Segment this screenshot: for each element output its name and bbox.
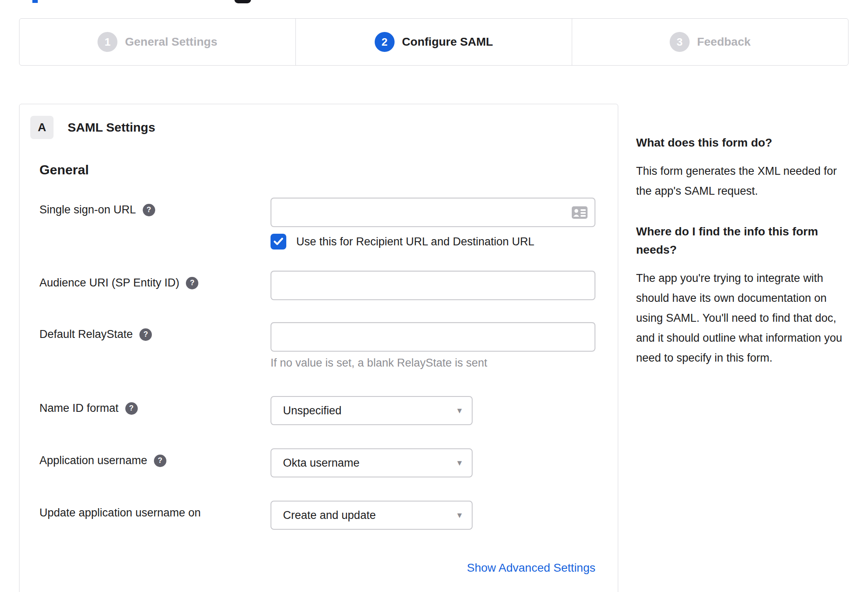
default-relaystate-label: Default RelayState xyxy=(39,328,133,341)
sso-url-row: Single sign-on URL ? xyxy=(39,198,598,250)
audience-uri-input-wrapper xyxy=(271,271,595,300)
saml-settings-panel: A SAML Settings General Single sign-on U… xyxy=(19,104,618,592)
default-relaystate-row: Default RelayState ? If no value is set,… xyxy=(39,322,598,369)
name-id-format-label: Name ID format xyxy=(39,402,119,415)
recipient-url-checkbox-row: Use this for Recipient URL and Destinati… xyxy=(271,234,598,250)
name-id-format-row: Name ID format ? Unspecified ▾ xyxy=(39,396,598,425)
recipient-url-checkbox[interactable] xyxy=(271,234,286,250)
wizard-step-feedback[interactable]: 3 Feedback xyxy=(572,19,848,65)
name-id-format-help-icon[interactable]: ? xyxy=(125,402,138,415)
help-sidebar: What does this form do? This form genera… xyxy=(636,134,848,368)
help-heading-what: What does this form do? xyxy=(636,134,848,152)
sso-url-help-icon[interactable]: ? xyxy=(143,204,155,216)
wizard-step-general-settings[interactable]: 1 General Settings xyxy=(20,19,295,65)
update-app-username-row: Update application username on Create an… xyxy=(39,501,598,530)
contact-card-icon[interactable] xyxy=(571,206,588,219)
step-2-label: Configure SAML xyxy=(402,35,493,49)
saml-settings-form: Single sign-on URL ? xyxy=(39,198,598,592)
application-username-label: Application username xyxy=(39,454,147,467)
caret-down-icon: ▾ xyxy=(457,510,462,521)
application-username-value: Okta username xyxy=(283,457,360,470)
name-id-format-select[interactable]: Unspecified ▾ xyxy=(271,396,473,425)
audience-uri-input[interactable] xyxy=(271,272,595,299)
wizard-step-bar: 1 General Settings 2 Configure SAML 3 Fe… xyxy=(19,18,848,66)
section-letter-badge: A xyxy=(30,116,54,139)
help-body-what: This form generates the XML needed for t… xyxy=(636,161,848,201)
help-block-where: Where do I find the info this form needs… xyxy=(636,223,848,368)
sso-url-input-wrapper xyxy=(271,198,595,227)
step-1-number-badge: 1 xyxy=(98,32,117,52)
application-username-row: Application username ? Okta username ▾ xyxy=(39,448,598,477)
audience-uri-row: Audience URI (SP Entity ID) ? xyxy=(39,271,598,300)
step-3-number-badge: 3 xyxy=(670,32,690,52)
default-relaystate-help-icon[interactable]: ? xyxy=(139,328,152,341)
step-2-number-badge: 2 xyxy=(375,32,395,52)
name-id-format-value: Unspecified xyxy=(283,404,341,417)
caret-down-icon: ▾ xyxy=(457,405,462,416)
application-username-select[interactable]: Okta username ▾ xyxy=(271,448,473,477)
step-1-label: General Settings xyxy=(125,35,217,49)
update-app-username-select[interactable]: Create and update ▾ xyxy=(271,501,473,530)
wizard-step-configure-saml[interactable]: 2 Configure SAML xyxy=(295,19,572,65)
default-relaystate-helper-text: If no value is set, a blank RelayState i… xyxy=(271,357,598,369)
general-group-heading: General xyxy=(39,162,618,178)
audience-uri-help-icon[interactable]: ? xyxy=(186,277,198,289)
audience-uri-label: Audience URI (SP Entity ID) xyxy=(39,276,179,289)
advanced-settings-link-row: Show Advanced Settings xyxy=(39,561,595,575)
update-app-username-value: Create and update xyxy=(283,509,376,522)
cropped-blue-fragment xyxy=(32,0,38,3)
saml-settings-header: A SAML Settings xyxy=(30,116,618,139)
application-username-help-icon[interactable]: ? xyxy=(154,455,166,467)
default-relaystate-input-wrapper xyxy=(271,322,595,352)
sso-url-label: Single sign-on URL xyxy=(39,203,136,216)
update-app-username-label: Update application username on xyxy=(39,506,201,519)
recipient-url-checkbox-label[interactable]: Use this for Recipient URL and Destinati… xyxy=(296,235,534,248)
help-block-what: What does this form do? This form genera… xyxy=(636,134,848,201)
cropped-dark-fragment xyxy=(234,0,251,3)
show-advanced-settings-link[interactable]: Show Advanced Settings xyxy=(467,561,595,574)
default-relaystate-input[interactable] xyxy=(271,323,595,351)
caret-down-icon: ▾ xyxy=(457,457,462,468)
help-body-where: The app you're trying to integrate with … xyxy=(636,268,848,368)
help-heading-where: Where do I find the info this form needs… xyxy=(636,223,848,259)
section-title: SAML Settings xyxy=(68,120,155,135)
sso-url-input[interactable] xyxy=(271,198,595,226)
step-3-label: Feedback xyxy=(697,35,751,49)
